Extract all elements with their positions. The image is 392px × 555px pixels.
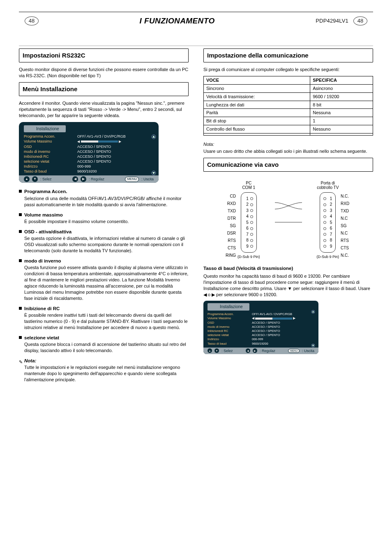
- osd-footer: ▲▼: Selez ◀▶: Regolaz MENU: Uscita: [19, 175, 159, 183]
- pin-label: RING: [225, 252, 238, 259]
- scroll-down-icon: [151, 170, 156, 175]
- osd-tab: Installazione: [24, 125, 66, 133]
- pin-dot-icon: [323, 227, 326, 230]
- pin-label: SG: [225, 222, 238, 229]
- pin-right-t1: Porta di: [321, 181, 335, 185]
- pin-row: 2: [323, 202, 332, 207]
- rs232c-intro: Questo monitor dispone di diverse funzio…: [19, 67, 189, 79]
- pin-row: 8: [244, 237, 253, 243]
- pin-dot-icon: [323, 203, 326, 206]
- install-item-body: È possibile rendere inattivi tutti i tas…: [24, 312, 189, 331]
- note-body: Tutte le impostazioni e le regolazioni e…: [24, 364, 189, 383]
- install-item: selezione vietatQuesta opzione blocca i …: [19, 335, 189, 354]
- pin-row: 5: [323, 220, 332, 226]
- osd-row-key: Indirizzo: [208, 337, 243, 341]
- spec-note-body: Usare un cavo dritto che abbia collegati…: [203, 148, 373, 154]
- install-item-heading: OSD - attiva/disattiva: [24, 229, 189, 235]
- osd-row-value: ◀ ▶: [252, 316, 314, 321]
- table-row: ParitàNessuna: [204, 109, 373, 117]
- pin-number: 1: [244, 196, 249, 202]
- spec-cell-voce: Velocità di trasmissione:: [204, 92, 310, 101]
- osd-row-value: 9600/19200: [252, 342, 314, 346]
- install-menu-items: Programma Accen.Selezione di una delle m…: [19, 189, 189, 353]
- pin-number: 9: [328, 244, 332, 249]
- pin-right-dsub: (D-Sub 9 Pin): [317, 254, 339, 259]
- pin-label: SG: [339, 222, 351, 229]
- baud-body: Questo monitor ha capacità tasso di baud…: [203, 273, 373, 297]
- spec-table: VOCE SPECIFICA SincronoAsincronoVelocità…: [203, 76, 373, 136]
- install-menu-intro: Accendere il monitor. Quando viene visua…: [19, 100, 189, 119]
- pin-row: 6: [244, 226, 253, 231]
- pin-number: 4: [244, 214, 249, 219]
- pin-connector-right: 123456789: [320, 192, 336, 253]
- install-item: modo di invernoQuesta funzione può esser…: [19, 258, 189, 302]
- pin-number: 8: [244, 237, 249, 243]
- osd-row: modo di invernoACCESO / SPENTO: [208, 325, 314, 329]
- pin-row: 4: [244, 214, 253, 219]
- right-column: Impostazione della comunicazione Si preg…: [203, 48, 373, 387]
- osd-row: Inibizionedi RCACCESO / SPENTO: [24, 154, 154, 159]
- pin-row: 7: [244, 232, 253, 237]
- spec-header-specifica: SPECIFICA: [310, 76, 373, 85]
- osd-row-key: Volume Massimo: [24, 139, 68, 144]
- osd-row-key: Volume Massimo: [208, 316, 243, 321]
- pin-label: TXD: [225, 207, 238, 214]
- osd-row-key: modo di inverno: [208, 325, 243, 329]
- spec-cell-specifica: 1: [310, 117, 373, 125]
- pencil-icon: ✎: [19, 359, 22, 362]
- osd-row-key: selezione vietat: [24, 159, 68, 164]
- osd-row-value: ACCESO / SPENTO: [77, 144, 154, 149]
- pin-row: 9: [244, 244, 253, 249]
- pin-label: N.C.: [339, 252, 351, 259]
- baud-heading: Tasso di baud (Velocità di trasmissione): [203, 265, 373, 272]
- osd-row-value: ACCESO / SPENTO: [252, 321, 314, 325]
- pin-right-t2: cobtrollo TV: [317, 185, 339, 190]
- osd-row: Indirizzo000-999: [24, 164, 154, 169]
- pin-number: 7: [328, 232, 332, 237]
- install-item-heading: modo di inverno: [24, 258, 189, 265]
- note-heading: Nota:: [24, 358, 189, 364]
- osd-row-value: ACCESO / SPENTO: [77, 149, 154, 154]
- pin-number: 1: [328, 196, 332, 202]
- pin-number: 4: [328, 214, 332, 219]
- page-number-left: 48: [25, 16, 39, 25]
- pin-number: 7: [244, 232, 249, 237]
- pin-number: 3: [244, 208, 249, 214]
- install-item-heading: Programma Accen.: [24, 189, 189, 195]
- scroll-down-icon: [311, 343, 316, 348]
- osd-row: selezione vietatACCESO / SPENTO: [24, 159, 154, 164]
- table-row: SincronoAsincrono: [204, 84, 373, 92]
- section-install-menu: Menù Installazione: [19, 82, 189, 96]
- spec-cell-specifica: Nessuna: [310, 109, 373, 117]
- pin-dot-icon: [250, 239, 253, 242]
- pin-row: 1: [244, 196, 253, 202]
- osd-row-value: ACCESO / SPENTO: [252, 329, 314, 333]
- osd-row: Tasso di baud9600/19200: [208, 342, 314, 346]
- pin-number: 6: [244, 226, 249, 231]
- osd-row-value: 9600/19200: [77, 169, 154, 174]
- pin-label: RTS: [225, 237, 238, 244]
- pin-row: 5: [244, 220, 253, 226]
- pin-label: DSR: [225, 230, 238, 237]
- pin-diagram: CDRXDTXDDTRSGDSRRTSCTSRING PCCOM 1 12345…: [203, 181, 373, 260]
- pin-row: 4: [323, 214, 332, 219]
- pin-number: 5: [244, 220, 249, 226]
- bullet-icon: [19, 213, 22, 216]
- pin-row: 6: [323, 226, 332, 231]
- pin-label: RTS: [339, 237, 351, 244]
- pin-label: CD: [225, 193, 238, 200]
- spec-cell-voce: Sincrono: [204, 84, 310, 92]
- spec-header-voce: VOCE: [204, 76, 310, 85]
- pin-dot-icon: [250, 221, 253, 224]
- install-item-body: Questa funzione può essere attivata quan…: [24, 265, 189, 301]
- pin-left-t1: PC: [246, 181, 251, 185]
- install-item: OSD - attiva/disattivaSe questa opzione …: [19, 229, 189, 254]
- osd-row-key: selezione vietat: [208, 333, 243, 337]
- pin-dot-icon: [250, 209, 253, 212]
- osd-row: Tasso di baud9600/19200: [24, 169, 154, 174]
- spec-cell-specifica: 8 bit: [310, 101, 373, 109]
- osd-row: Programma Accen.OFF/ AV1-AV3 / DVI/PC/RG…: [208, 312, 314, 316]
- pin-dot-icon: [250, 245, 253, 248]
- osd-panel-small: Installazione Programma Accen.OFF/ AV1-A…: [203, 301, 318, 354]
- osd-row-key: modo di inverno: [24, 149, 68, 154]
